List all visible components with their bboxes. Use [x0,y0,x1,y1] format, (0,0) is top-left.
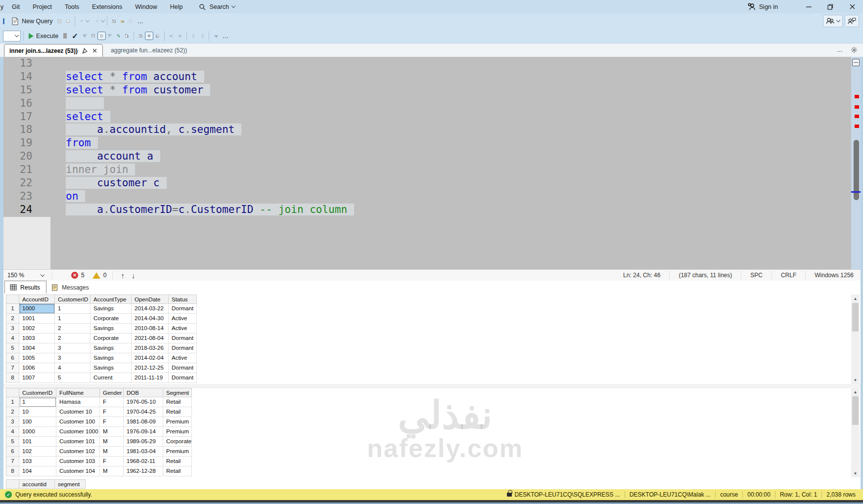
menu-item-git[interactable]: Git [5,1,26,12]
grid-column-header[interactable]: OpenDate [132,295,169,304]
grid-cell[interactable]: 100 [19,417,56,427]
grid-cell[interactable]: 1001 [19,314,55,324]
grid-cell[interactable]: 1981-03-04 [124,447,163,457]
undo-icon[interactable] [78,17,86,25]
grid-cell[interactable]: Premium [163,447,192,457]
grid-cell[interactable]: 10 [19,407,56,417]
grid-cell[interactable]: 103 [19,457,56,466]
intellisense-icon[interactable] [97,32,106,40]
grid-cell[interactable]: 3 [55,343,91,353]
include-live-stats-icon[interactable] [114,32,123,40]
error-count-icon[interactable]: ✕ [71,272,78,279]
scroll-up-icon[interactable]: ▲ [851,294,860,302]
grid-row-header[interactable]: 7 [6,457,19,466]
connect-icon[interactable] [0,17,4,25]
grid-cell[interactable]: Dormant [169,363,197,373]
client-statistics-icon[interactable] [123,32,131,40]
grid-column-header[interactable]: CustomerID [19,388,56,397]
user-accounts-button[interactable] [823,15,843,27]
grid-cell[interactable]: Active [169,324,197,334]
grid-row-header[interactable]: 6 [6,353,19,363]
signin-button[interactable]: Sign in [748,2,778,11]
prev-issue-icon[interactable]: ↑ [121,271,125,280]
grid-column-header[interactable]: accountid [19,480,55,489]
scroll-down-icon[interactable]: ▼ [851,376,860,384]
menu-item-window[interactable]: Window [129,1,163,12]
grid-row-header[interactable]: 7 [6,363,19,373]
maximize-button[interactable] [819,0,841,13]
tab-messages[interactable]: Messages [46,281,95,294]
sqlcmd-mode-icon[interactable]: @ [212,32,220,40]
gear-icon[interactable] [850,45,858,54]
scrollbar-thumb[interactable] [852,396,859,425]
grid-cell[interactable]: F [100,417,124,427]
grid-cell[interactable]: Dormant [169,334,197,343]
grid-cell[interactable]: 2011-11-19 [132,373,169,383]
grid-cell[interactable]: Active [169,353,197,363]
grid-cell[interactable]: 2 [55,334,91,343]
results-to-file-icon[interactable] [153,32,162,40]
editor-scrollbar[interactable] [851,57,861,269]
dax-query-icon[interactable]: DAX [64,17,72,25]
grid-cell[interactable]: 2018-03-26 [132,343,169,353]
grid-cell[interactable]: Savings [91,304,132,314]
grid-cell[interactable]: Premium [163,417,192,427]
grid-cell[interactable]: F [100,407,124,417]
toolbar2-overflow-button[interactable]: … [220,31,232,41]
error-count[interactable]: 5 [81,272,85,279]
grid-cell[interactable]: 1000 [19,304,55,314]
space-mode[interactable]: SPC [745,272,768,279]
grid-row-header[interactable]: 1 [6,397,19,407]
grid-cell[interactable]: 1976-05-10 [124,397,163,407]
grid-cell[interactable]: Active [169,314,197,324]
comment-icon[interactable] [189,32,198,40]
grid-cell[interactable]: Savings [91,353,132,363]
grid-cell[interactable]: Customer 10 [56,407,100,417]
undo-dropdown-icon[interactable] [85,18,89,22]
database-name[interactable]: course [716,491,742,498]
grid-cell[interactable]: 2014-04-30 [132,314,169,324]
grid-column-header[interactable]: DOB [124,388,163,397]
grid-cell[interactable]: Dormant [169,343,197,353]
grid-cell[interactable]: M [100,447,124,457]
grid-row-header[interactable]: 8 [6,373,19,383]
grid-cell[interactable]: Customer 103 [56,457,100,466]
open-query-icon[interactable] [55,17,64,25]
find-in-files-icon[interactable] [118,17,127,25]
grid-corner[interactable] [6,388,19,397]
eol-mode[interactable]: CRLF [776,272,801,279]
database-combobox[interactable] [3,31,21,42]
close-button[interactable] [841,0,863,13]
grid-cell[interactable]: 1989-05-29 [124,437,163,447]
grid-cell[interactable]: Retail [163,457,192,466]
sql-editor[interactable]: 1314select * from account15select * from… [3,57,861,269]
grid-cell[interactable]: Customer 100 [56,417,100,427]
grid-cell[interactable]: Corporate [163,437,192,447]
grid-cell[interactable]: 2012-12-25 [132,363,169,373]
new-query-button[interactable]: New Query [8,15,55,27]
grid-row-header[interactable]: 4 [6,334,19,343]
menu-item-extensions[interactable]: Extensions [86,1,129,12]
grid-row-header[interactable]: 4 [6,427,19,437]
scrollbar-thumb[interactable] [852,303,859,332]
menu-item-help[interactable]: Help [164,1,189,12]
grid-cell[interactable]: 1970-04-25 [124,407,163,417]
grid-cell[interactable]: 1006 [19,363,55,373]
grid-cell[interactable]: F [100,457,124,466]
code-line[interactable]: 18 a.accountid, c.segment [3,123,851,136]
grid-row-header[interactable]: 5 [6,437,19,447]
grid-cell[interactable]: 101 [19,437,56,447]
grid-cell[interactable]: 2014-03-22 [132,304,169,314]
grid-cell[interactable]: 3 [55,353,91,363]
include-estimated-plan-icon[interactable] [106,32,114,40]
warning-count[interactable]: 0 [103,272,107,279]
grid-cell[interactable]: 1007 [19,373,55,383]
grid-cell[interactable]: Premium [163,427,192,437]
grid-row-header[interactable]: 6 [6,447,19,457]
pin-icon[interactable] [82,46,88,55]
table-edit-icon[interactable] [110,17,118,25]
grid-cell[interactable]: 1968-02-11 [124,457,163,466]
grid-column-header[interactable]: Status [169,295,197,304]
zoom-dropdown[interactable]: 150 % [3,271,48,280]
grid-cell[interactable]: Current [91,373,132,383]
